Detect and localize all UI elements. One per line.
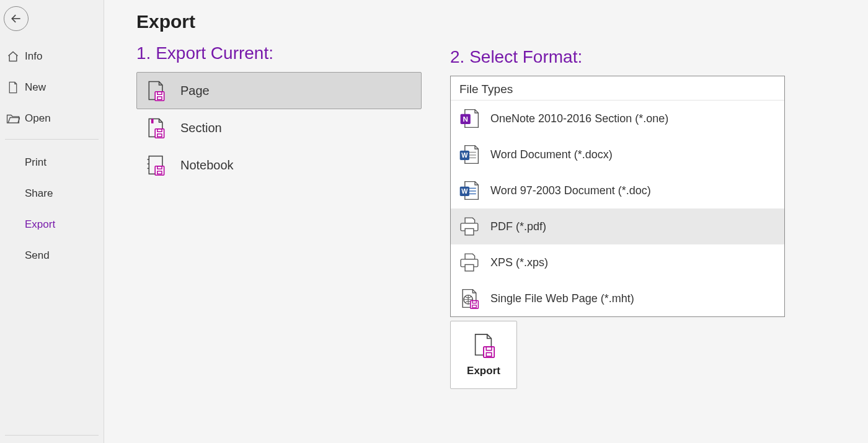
svg-text:W: W <box>461 187 468 195</box>
notebook-save-icon <box>144 153 168 177</box>
export-scope-list: Page Section <box>136 72 422 184</box>
printer-file-icon <box>457 251 482 274</box>
format-option-label: XPS (*.xps) <box>490 256 548 269</box>
export-save-icon <box>471 333 497 359</box>
scope-option-page[interactable]: Page <box>136 72 422 109</box>
sidebar-item-label: New <box>25 81 46 94</box>
format-option-docx[interactable]: W Word Document (*.docx) <box>451 136 784 172</box>
sidebar-item-new[interactable]: New <box>0 72 104 103</box>
sidebar-item-label: Send <box>25 249 50 262</box>
scope-option-label: Page <box>180 84 210 98</box>
format-option-label: Word Document (*.docx) <box>490 148 613 161</box>
svg-rect-4 <box>151 119 154 123</box>
export-pane: Export 1. Export Current: Pag <box>104 0 868 443</box>
format-option-label: PDF (*.pdf) <box>490 220 546 233</box>
step2-title: 2. Select Format: <box>450 47 797 67</box>
sidebar-item-send[interactable]: Send <box>0 240 104 271</box>
page-title: Export <box>136 11 868 32</box>
sidebar-item-info[interactable]: Info <box>0 41 104 72</box>
sidebar-item-print[interactable]: Print <box>0 147 104 178</box>
back-button[interactable] <box>4 6 29 31</box>
home-icon <box>6 50 20 63</box>
word-file-icon: W <box>457 143 482 166</box>
sidebar-item-open[interactable]: Open <box>0 103 104 134</box>
onenote-file-icon: N <box>457 107 482 130</box>
sidebar-item-label: Print <box>25 156 46 169</box>
page-icon <box>6 81 20 94</box>
export-button-label: Export <box>467 365 500 377</box>
scope-option-notebook[interactable]: Notebook <box>136 146 422 184</box>
svg-text:W: W <box>461 151 468 159</box>
select-format-column: 2. Select Format: File Types N OneNote 2… <box>450 43 797 389</box>
page-save-icon <box>144 79 168 102</box>
scope-option-section[interactable]: Section <box>136 109 422 146</box>
sidebar-divider-bottom <box>5 435 99 436</box>
format-option-label: Single File Web Page (*.mht) <box>490 292 634 305</box>
sidebar-divider <box>5 139 99 140</box>
format-option-mht[interactable]: Single File Web Page (*.mht) <box>451 280 784 316</box>
format-option-pdf[interactable]: PDF (*.pdf) <box>451 208 784 244</box>
scope-option-label: Section <box>180 121 222 135</box>
sidebar-item-label: Share <box>25 187 53 200</box>
folder-icon <box>6 112 20 125</box>
step1-title: 1. Export Current: <box>136 43 450 63</box>
word-legacy-file-icon: W <box>457 179 482 202</box>
sidebar-item-share[interactable]: Share <box>0 178 104 209</box>
format-option-xps[interactable]: XPS (*.xps) <box>451 244 784 280</box>
format-option-doc[interactable]: W Word 97-2003 Document (*.doc) <box>451 172 784 208</box>
web-file-icon <box>457 287 482 310</box>
section-save-icon <box>144 116 168 140</box>
svg-rect-30 <box>465 264 474 271</box>
file-types-header: File Types <box>451 76 784 101</box>
format-option-one[interactable]: N OneNote 2010-2016 Section (*.one) <box>451 101 784 136</box>
export-current-column: 1. Export Current: Page <box>136 43 450 184</box>
export-button[interactable]: Export <box>450 321 517 389</box>
scope-option-label: Notebook <box>180 158 234 172</box>
sidebar-item-label: Open <box>25 112 51 125</box>
sidebar-item-label: Export <box>25 218 55 231</box>
back-arrow-icon <box>10 12 22 25</box>
printer-file-icon <box>457 215 482 238</box>
file-types-box: File Types N OneNote 2010-2016 Section (… <box>450 76 785 317</box>
format-option-label: OneNote 2010-2016 Section (*.one) <box>490 112 668 125</box>
backstage-sidebar: Info New Open Print Share Export Send <box>0 0 104 443</box>
svg-text:N: N <box>463 115 467 123</box>
svg-rect-28 <box>465 228 474 235</box>
format-option-label: Word 97-2003 Document (*.doc) <box>490 184 651 197</box>
sidebar-item-export[interactable]: Export <box>0 209 104 240</box>
sidebar-item-label: Info <box>25 50 42 63</box>
